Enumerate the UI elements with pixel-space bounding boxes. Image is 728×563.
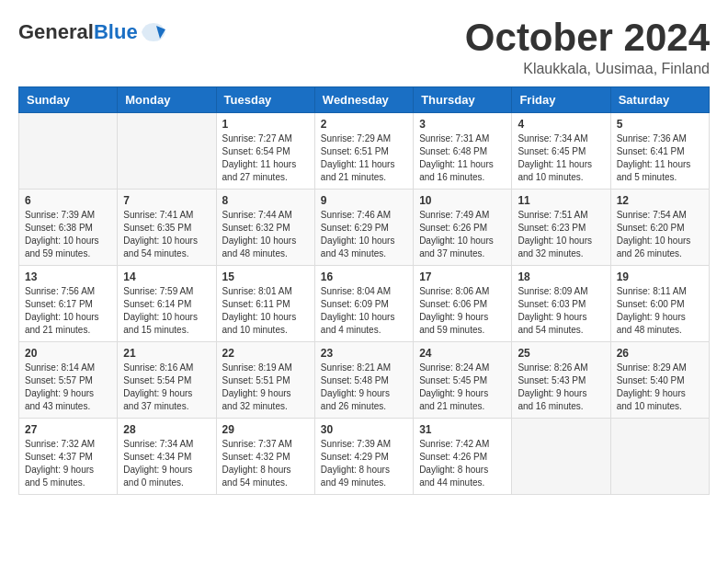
calendar-week-row: 20Sunrise: 8:14 AMSunset: 5:57 PMDayligh…	[19, 342, 710, 419]
calendar-cell: 21Sunrise: 8:16 AMSunset: 5:54 PMDayligh…	[118, 342, 216, 419]
day-number: 28	[123, 423, 210, 436]
calendar-cell: 17Sunrise: 8:06 AMSunset: 6:06 PMDayligh…	[414, 266, 512, 342]
day-info: Sunrise: 8:09 AMSunset: 6:03 PMDaylight:…	[518, 285, 604, 337]
calendar-cell: 23Sunrise: 8:21 AMSunset: 5:48 PMDayligh…	[314, 342, 413, 419]
calendar-cell: 9Sunrise: 7:46 AMSunset: 6:29 PMDaylight…	[314, 190, 413, 266]
calendar-week-row: 1Sunrise: 7:27 AMSunset: 6:54 PMDaylight…	[19, 113, 710, 190]
day-info: Sunrise: 8:19 AMSunset: 5:51 PMDaylight:…	[222, 362, 309, 413]
day-number: 24	[419, 347, 506, 360]
day-number: 14	[123, 270, 210, 283]
calendar-cell	[610, 419, 709, 495]
day-info: Sunrise: 7:59 AMSunset: 6:14 PMDaylight:…	[123, 285, 210, 337]
logo-icon	[140, 18, 167, 46]
day-of-week-header: Wednesday	[314, 87, 413, 113]
day-info: Sunrise: 7:39 AMSunset: 6:38 PMDaylight:…	[25, 209, 111, 260]
day-of-week-header: Thursday	[414, 87, 512, 113]
day-number: 23	[321, 347, 407, 360]
calendar-week-row: 27Sunrise: 7:32 AMSunset: 4:37 PMDayligh…	[19, 419, 710, 495]
day-info: Sunrise: 7:54 AMSunset: 6:20 PMDaylight:…	[617, 209, 703, 260]
day-number: 6	[25, 194, 111, 207]
calendar-cell: 22Sunrise: 8:19 AMSunset: 5:51 PMDayligh…	[216, 342, 314, 419]
calendar-week-row: 6Sunrise: 7:39 AMSunset: 6:38 PMDaylight…	[19, 190, 710, 266]
calendar-cell	[19, 113, 118, 190]
calendar-cell: 10Sunrise: 7:49 AMSunset: 6:26 PMDayligh…	[414, 190, 512, 266]
calendar-cell: 14Sunrise: 7:59 AMSunset: 6:14 PMDayligh…	[118, 266, 216, 342]
day-number: 12	[617, 194, 703, 207]
day-info: Sunrise: 8:01 AMSunset: 6:11 PMDaylight:…	[222, 285, 309, 337]
day-number: 15	[222, 270, 309, 283]
day-of-week-header: Friday	[512, 87, 610, 113]
day-number: 16	[321, 270, 407, 283]
calendar-cell: 29Sunrise: 7:37 AMSunset: 4:32 PMDayligh…	[216, 419, 314, 495]
calendar-cell: 26Sunrise: 8:29 AMSunset: 5:40 PMDayligh…	[610, 342, 709, 419]
day-number: 29	[222, 423, 309, 436]
day-number: 10	[419, 194, 506, 207]
day-number: 21	[123, 347, 210, 360]
calendar-cell: 27Sunrise: 7:32 AMSunset: 4:37 PMDayligh…	[19, 419, 118, 495]
day-number: 8	[222, 194, 309, 207]
day-number: 25	[518, 347, 604, 360]
day-number: 27	[25, 423, 111, 436]
calendar-cell: 30Sunrise: 7:39 AMSunset: 4:29 PMDayligh…	[314, 419, 413, 495]
calendar-cell: 13Sunrise: 7:56 AMSunset: 6:17 PMDayligh…	[19, 266, 118, 342]
day-info: Sunrise: 8:24 AMSunset: 5:45 PMDaylight:…	[419, 362, 506, 413]
calendar-cell: 2Sunrise: 7:29 AMSunset: 6:51 PMDaylight…	[314, 113, 413, 190]
calendar-cell: 20Sunrise: 8:14 AMSunset: 5:57 PMDayligh…	[19, 342, 118, 419]
day-number: 17	[419, 270, 506, 283]
day-info: Sunrise: 8:29 AMSunset: 5:40 PMDaylight:…	[617, 362, 703, 413]
day-info: Sunrise: 7:51 AMSunset: 6:23 PMDaylight:…	[518, 209, 604, 260]
day-info: Sunrise: 7:46 AMSunset: 6:29 PMDaylight:…	[321, 209, 407, 260]
day-number: 3	[419, 118, 506, 131]
day-info: Sunrise: 8:16 AMSunset: 5:54 PMDaylight:…	[123, 362, 210, 413]
calendar-cell: 4Sunrise: 7:34 AMSunset: 6:45 PMDaylight…	[512, 113, 610, 190]
day-number: 13	[25, 270, 111, 283]
calendar: SundayMondayTuesdayWednesdayThursdayFrid…	[18, 86, 710, 495]
calendar-cell: 25Sunrise: 8:26 AMSunset: 5:43 PMDayligh…	[512, 342, 610, 419]
title-section: October 2024 Klaukkala, Uusimaa, Finland	[465, 18, 710, 77]
calendar-cell: 16Sunrise: 8:04 AMSunset: 6:09 PMDayligh…	[314, 266, 413, 342]
calendar-cell: 8Sunrise: 7:44 AMSunset: 6:32 PMDaylight…	[216, 190, 314, 266]
day-info: Sunrise: 7:39 AMSunset: 4:29 PMDaylight:…	[321, 438, 407, 489]
month-title: October 2024	[465, 18, 710, 57]
calendar-cell: 18Sunrise: 8:09 AMSunset: 6:03 PMDayligh…	[512, 266, 610, 342]
day-info: Sunrise: 8:06 AMSunset: 6:06 PMDaylight:…	[419, 285, 506, 337]
day-number: 22	[222, 347, 309, 360]
calendar-cell: 11Sunrise: 7:51 AMSunset: 6:23 PMDayligh…	[512, 190, 610, 266]
day-info: Sunrise: 7:29 AMSunset: 6:51 PMDaylight:…	[321, 132, 407, 184]
day-info: Sunrise: 8:04 AMSunset: 6:09 PMDaylight:…	[321, 285, 407, 337]
day-info: Sunrise: 7:32 AMSunset: 4:37 PMDaylight:…	[25, 438, 111, 489]
day-info: Sunrise: 7:31 AMSunset: 6:48 PMDaylight:…	[419, 132, 506, 184]
location-title: Klaukkala, Uusimaa, Finland	[465, 61, 710, 77]
calendar-cell: 7Sunrise: 7:41 AMSunset: 6:35 PMDaylight…	[118, 190, 216, 266]
day-number: 7	[123, 194, 210, 207]
day-info: Sunrise: 8:21 AMSunset: 5:48 PMDaylight:…	[321, 362, 407, 413]
day-number: 11	[518, 194, 604, 207]
calendar-cell: 24Sunrise: 8:24 AMSunset: 5:45 PMDayligh…	[414, 342, 512, 419]
calendar-cell: 1Sunrise: 7:27 AMSunset: 6:54 PMDaylight…	[216, 113, 314, 190]
day-info: Sunrise: 8:14 AMSunset: 5:57 PMDaylight:…	[25, 362, 111, 413]
calendar-cell	[512, 419, 610, 495]
day-info: Sunrise: 7:36 AMSunset: 6:41 PMDaylight:…	[617, 132, 703, 184]
calendar-header-row: SundayMondayTuesdayWednesdayThursdayFrid…	[19, 87, 710, 113]
day-of-week-header: Monday	[118, 87, 216, 113]
day-info: Sunrise: 8:26 AMSunset: 5:43 PMDaylight:…	[518, 362, 604, 413]
day-info: Sunrise: 8:11 AMSunset: 6:00 PMDaylight:…	[617, 285, 703, 337]
day-number: 26	[617, 347, 703, 360]
logo-general: GeneralBlue	[18, 20, 138, 44]
day-of-week-header: Sunday	[19, 87, 118, 113]
day-number: 18	[518, 270, 604, 283]
day-info: Sunrise: 7:56 AMSunset: 6:17 PMDaylight:…	[25, 285, 111, 337]
calendar-cell: 15Sunrise: 8:01 AMSunset: 6:11 PMDayligh…	[216, 266, 314, 342]
calendar-cell	[118, 113, 216, 190]
calendar-cell: 19Sunrise: 8:11 AMSunset: 6:00 PMDayligh…	[610, 266, 709, 342]
day-number: 4	[518, 118, 604, 131]
day-info: Sunrise: 7:42 AMSunset: 4:26 PMDaylight:…	[419, 438, 506, 489]
day-info: Sunrise: 7:27 AMSunset: 6:54 PMDaylight:…	[222, 132, 309, 184]
day-info: Sunrise: 7:44 AMSunset: 6:32 PMDaylight:…	[222, 209, 309, 260]
day-number: 9	[321, 194, 407, 207]
day-info: Sunrise: 7:34 AMSunset: 4:34 PMDaylight:…	[123, 438, 210, 489]
day-number: 1	[222, 118, 309, 131]
day-number: 31	[419, 423, 506, 436]
day-of-week-header: Tuesday	[216, 87, 314, 113]
day-number: 20	[25, 347, 111, 360]
